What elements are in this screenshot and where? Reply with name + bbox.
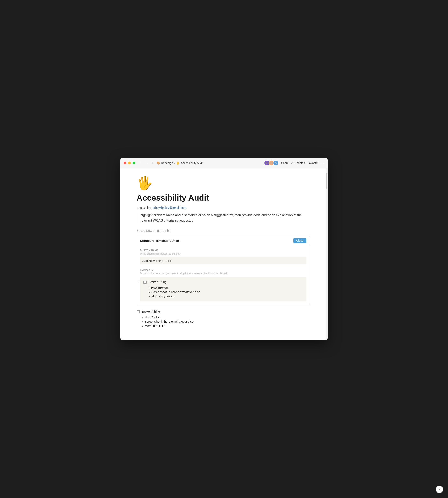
content-wrapper: 🖐️ Accessibility Audit Eric Bailey eric.… — [120, 168, 328, 340]
bottom-toggle-text-1: Screenshot in here or whatever else — [145, 320, 193, 323]
bullet-dot-icon: ● — [149, 287, 150, 289]
minimize-button[interactable] — [128, 162, 131, 164]
forward-arrow[interactable]: → — [150, 161, 155, 165]
breadcrumb-current-label: Accessibility Audit — [181, 161, 203, 165]
author-line: Eric Bailey eric.w.bailey@gmail.com — [137, 206, 310, 209]
template-checkbox[interactable] — [143, 281, 146, 284]
traffic-lights — [124, 162, 135, 164]
bottom-toggle-arrow-1[interactable]: ▶ — [142, 321, 144, 323]
bottom-toggle-arrow-2[interactable]: ▶ — [142, 325, 144, 327]
app-window: ← → 🎨 Redesign / 🖐️ Accessibility Audit … — [120, 158, 328, 340]
add-new-thing-button[interactable]: + Add New Thing To Fix — [137, 228, 310, 233]
template-checkbox-row: + ⠿ Broken Thing — [143, 280, 303, 284]
breadcrumb-separator: / — [174, 161, 175, 165]
configure-close-button[interactable]: Close — [293, 238, 306, 243]
template-toggle-item-2: ▶ More info, links... — [149, 294, 303, 298]
updates-button[interactable]: ✓ Updates — [291, 161, 305, 165]
avatar-3: A — [273, 160, 279, 166]
button-name-input[interactable] — [140, 257, 306, 265]
template-bullet-item: ● How Broken — [149, 285, 303, 290]
bottom-toggle-item-1: ▶ Screenshot in here or whatever else — [142, 319, 310, 324]
avatars: E R A — [264, 160, 279, 166]
configure-body: BUTTON NAME What should this button be c… — [137, 246, 310, 305]
template-checkbox-item: Broken Thing — [143, 280, 303, 284]
menu-button[interactable] — [138, 162, 142, 164]
template-sublabel: Drop blocks here that you want to duplic… — [140, 272, 306, 275]
titlebar-actions: E R A Share ✓ Updates Favorite ··· — [264, 160, 324, 166]
bottom-toggle-item-2: ▶ More info, links... — [142, 324, 310, 328]
blockquote-text: highlight problem areas and a sentence o… — [141, 213, 302, 222]
template-toggle-text-1: Screenshot in here or whatever else — [151, 290, 200, 294]
bottom-bullet-text: How Broken — [144, 315, 161, 319]
bottom-toggle-text-2: More info, links... — [145, 324, 168, 328]
template-bullet-text: How Broken — [151, 286, 168, 289]
bottom-bullet-dot: ● — [142, 317, 143, 318]
author-name: Eric Bailey — [137, 206, 151, 209]
add-button-label: Add New Thing To Fix — [140, 229, 169, 232]
template-toggle-item-1: ▶ Screenshot in here or whatever else — [149, 290, 303, 294]
nav-arrows: ← → — [144, 161, 155, 165]
breadcrumb: 🎨 Redesign / 🖐️ Accessibility Audit — [157, 161, 203, 165]
add-icon: + — [137, 229, 138, 232]
breadcrumb-parent[interactable]: 🎨 Redesign — [157, 161, 173, 165]
titlebar: ← → 🎨 Redesign / 🖐️ Accessibility Audit … — [120, 158, 328, 168]
main-content: 🖐️ Accessibility Audit Eric Bailey eric.… — [120, 168, 326, 340]
bottom-checkbox-label: Broken Thing — [142, 310, 160, 313]
toggle-arrow-2[interactable]: ▶ — [149, 295, 150, 298]
author-email-link[interactable]: eric.w.bailey@gmail.com — [153, 206, 186, 209]
drag-handle-icon[interactable]: ⠿ — [138, 280, 140, 283]
breadcrumb-parent-label: Redesign — [161, 161, 173, 165]
configure-header: Configure Template Button Close — [137, 236, 310, 246]
template-area: + ⠿ Broken Thing ● How Broken — [140, 277, 306, 301]
page-title: Accessibility Audit — [137, 193, 310, 203]
bottom-content: Broken Thing ● How Broken ▶ Screenshot i… — [137, 310, 310, 328]
configure-template-panel: Configure Template Button Close BUTTON N… — [137, 235, 310, 305]
button-name-sublabel: What should this button be called? — [140, 252, 306, 255]
blockquote: highlight problem areas and a sentence o… — [137, 213, 310, 223]
toggle-arrow-1[interactable]: ▶ — [149, 291, 150, 293]
bottom-bullet-item: ● How Broken — [142, 315, 310, 319]
favorite-button[interactable]: Favorite — [307, 161, 318, 165]
breadcrumb-current-emoji: 🖐️ — [176, 161, 180, 165]
check-icon: ✓ — [291, 161, 293, 165]
share-button[interactable]: Share — [281, 161, 289, 165]
bottom-checkbox-item: Broken Thing — [137, 310, 310, 314]
row-add-icon[interactable]: + — [137, 280, 137, 283]
more-button[interactable]: ··· — [320, 161, 324, 165]
favorite-label: Favorite — [307, 161, 318, 165]
share-label: Share — [281, 161, 289, 165]
configure-panel-title: Configure Template Button — [140, 239, 179, 243]
close-button[interactable] — [124, 162, 127, 164]
breadcrumb-parent-emoji: 🎨 — [157, 161, 160, 165]
scrollbar-thumb[interactable] — [326, 172, 327, 189]
button-name-label: BUTTON NAME — [140, 249, 306, 251]
back-arrow[interactable]: ← — [144, 161, 149, 165]
updates-label: Updates — [294, 161, 305, 165]
template-label: TEMPLATE — [140, 268, 306, 271]
scrollbar[interactable] — [326, 168, 328, 340]
bottom-checkbox[interactable] — [137, 310, 140, 314]
template-toggle-text-2: More info, links... — [151, 294, 175, 298]
breadcrumb-current[interactable]: 🖐️ Accessibility Audit — [176, 161, 203, 165]
template-checkbox-label: Broken Thing — [149, 280, 167, 283]
row-controls: + ⠿ — [137, 280, 140, 283]
page-icon: 🖐️ — [137, 177, 310, 190]
maximize-button[interactable] — [132, 162, 135, 164]
